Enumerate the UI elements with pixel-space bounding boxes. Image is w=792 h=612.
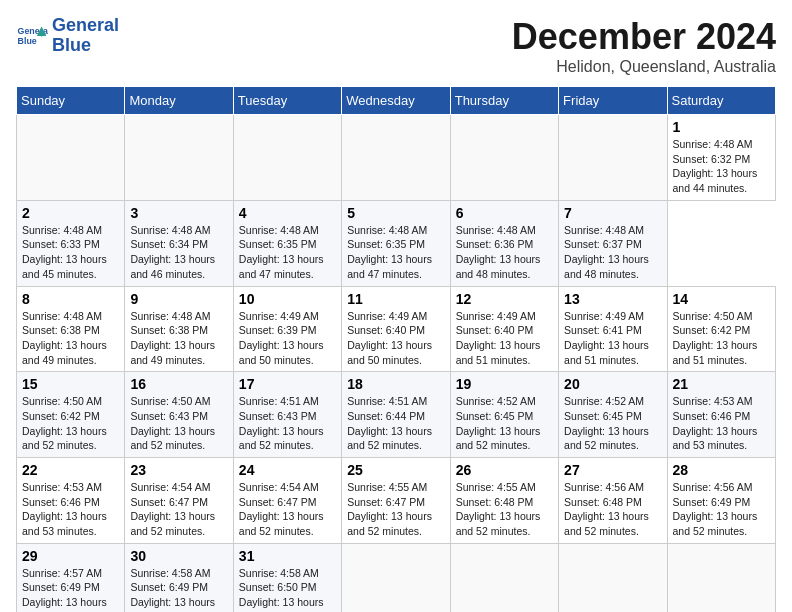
day-number: 13 <box>564 291 661 307</box>
day-info: Sunrise: 4:48 AMSunset: 6:35 PMDaylight:… <box>239 223 336 282</box>
day-info: Sunrise: 4:48 AMSunset: 6:36 PMDaylight:… <box>456 223 553 282</box>
day-info: Sunrise: 4:49 AMSunset: 6:40 PMDaylight:… <box>347 309 444 368</box>
day-info: Sunrise: 4:53 AMSunset: 6:46 PMDaylight:… <box>673 394 770 453</box>
day-info: Sunrise: 4:58 AMSunset: 6:50 PMDaylight:… <box>239 566 336 612</box>
calendar-day <box>450 543 558 612</box>
calendar-day: 21 Sunrise: 4:53 AMSunset: 6:46 PMDaylig… <box>667 372 775 458</box>
day-number: 22 <box>22 462 119 478</box>
title-area: December 2024 Helidon, Queensland, Austr… <box>512 16 776 76</box>
day-number: 31 <box>239 548 336 564</box>
calendar-day: 20 Sunrise: 4:52 AMSunset: 6:45 PMDaylig… <box>559 372 667 458</box>
day-number: 23 <box>130 462 227 478</box>
day-number: 9 <box>130 291 227 307</box>
calendar-day: 7 Sunrise: 4:48 AMSunset: 6:37 PMDayligh… <box>559 200 667 286</box>
empty-cell <box>342 115 450 201</box>
calendar-day: 19 Sunrise: 4:52 AMSunset: 6:45 PMDaylig… <box>450 372 558 458</box>
day-info: Sunrise: 4:48 AMSunset: 6:33 PMDaylight:… <box>22 223 119 282</box>
calendar-day: 3 Sunrise: 4:48 AMSunset: 6:34 PMDayligh… <box>125 200 233 286</box>
location-subtitle: Helidon, Queensland, Australia <box>512 58 776 76</box>
header-sunday: Sunday <box>17 87 125 115</box>
logo: General Blue General Blue <box>16 16 119 56</box>
day-info: Sunrise: 4:52 AMSunset: 6:45 PMDaylight:… <box>456 394 553 453</box>
calendar-day <box>667 543 775 612</box>
day-number: 18 <box>347 376 444 392</box>
day-number: 6 <box>456 205 553 221</box>
day-number: 28 <box>673 462 770 478</box>
day-info: Sunrise: 4:51 AMSunset: 6:44 PMDaylight:… <box>347 394 444 453</box>
day-number: 24 <box>239 462 336 478</box>
day-number: 7 <box>564 205 661 221</box>
day-info: Sunrise: 4:48 AMSunset: 6:35 PMDaylight:… <box>347 223 444 282</box>
day-info: Sunrise: 4:48 AMSunset: 6:37 PMDaylight:… <box>564 223 661 282</box>
day-info: Sunrise: 4:55 AMSunset: 6:48 PMDaylight:… <box>456 480 553 539</box>
day-number: 5 <box>347 205 444 221</box>
day-number: 14 <box>673 291 770 307</box>
day-info: Sunrise: 4:48 AMSunset: 6:32 PMDaylight:… <box>673 137 770 196</box>
day-number: 10 <box>239 291 336 307</box>
day-info: Sunrise: 4:49 AMSunset: 6:40 PMDaylight:… <box>456 309 553 368</box>
day-number: 15 <box>22 376 119 392</box>
calendar-week-row: 22 Sunrise: 4:53 AMSunset: 6:46 PMDaylig… <box>17 458 776 544</box>
day-info: Sunrise: 4:48 AMSunset: 6:38 PMDaylight:… <box>22 309 119 368</box>
calendar-day: 23 Sunrise: 4:54 AMSunset: 6:47 PMDaylig… <box>125 458 233 544</box>
calendar-day: 28 Sunrise: 4:56 AMSunset: 6:49 PMDaylig… <box>667 458 775 544</box>
day-number: 19 <box>456 376 553 392</box>
day-info: Sunrise: 4:58 AMSunset: 6:49 PMDaylight:… <box>130 566 227 612</box>
calendar-day: 18 Sunrise: 4:51 AMSunset: 6:44 PMDaylig… <box>342 372 450 458</box>
day-number: 8 <box>22 291 119 307</box>
day-number: 4 <box>239 205 336 221</box>
day-number: 21 <box>673 376 770 392</box>
calendar-day: 5 Sunrise: 4:48 AMSunset: 6:35 PMDayligh… <box>342 200 450 286</box>
calendar-day: 17 Sunrise: 4:51 AMSunset: 6:43 PMDaylig… <box>233 372 341 458</box>
day-number: 12 <box>456 291 553 307</box>
day-info: Sunrise: 4:52 AMSunset: 6:45 PMDaylight:… <box>564 394 661 453</box>
day-number: 26 <box>456 462 553 478</box>
day-number: 17 <box>239 376 336 392</box>
day-info: Sunrise: 4:56 AMSunset: 6:48 PMDaylight:… <box>564 480 661 539</box>
calendar-week-row: 1 Sunrise: 4:48 AMSunset: 6:32 PMDayligh… <box>17 115 776 201</box>
calendar-day: 25 Sunrise: 4:55 AMSunset: 6:47 PMDaylig… <box>342 458 450 544</box>
calendar-day: 22 Sunrise: 4:53 AMSunset: 6:46 PMDaylig… <box>17 458 125 544</box>
empty-cell <box>450 115 558 201</box>
day-info: Sunrise: 4:48 AMSunset: 6:34 PMDaylight:… <box>130 223 227 282</box>
day-info: Sunrise: 4:54 AMSunset: 6:47 PMDaylight:… <box>130 480 227 539</box>
day-number: 16 <box>130 376 227 392</box>
calendar-day: 10 Sunrise: 4:49 AMSunset: 6:39 PMDaylig… <box>233 286 341 372</box>
calendar-day: 4 Sunrise: 4:48 AMSunset: 6:35 PMDayligh… <box>233 200 341 286</box>
empty-cell <box>233 115 341 201</box>
calendar-day: 14 Sunrise: 4:50 AMSunset: 6:42 PMDaylig… <box>667 286 775 372</box>
calendar-day: 30 Sunrise: 4:58 AMSunset: 6:49 PMDaylig… <box>125 543 233 612</box>
calendar-day: 6 Sunrise: 4:48 AMSunset: 6:36 PMDayligh… <box>450 200 558 286</box>
calendar-day: 13 Sunrise: 4:49 AMSunset: 6:41 PMDaylig… <box>559 286 667 372</box>
calendar-day: 1 Sunrise: 4:48 AMSunset: 6:32 PMDayligh… <box>667 115 775 201</box>
calendar-day: 27 Sunrise: 4:56 AMSunset: 6:48 PMDaylig… <box>559 458 667 544</box>
calendar-day: 2 Sunrise: 4:48 AMSunset: 6:33 PMDayligh… <box>17 200 125 286</box>
header-saturday: Saturday <box>667 87 775 115</box>
month-title: December 2024 <box>512 16 776 58</box>
calendar-week-row: 2 Sunrise: 4:48 AMSunset: 6:33 PMDayligh… <box>17 200 776 286</box>
header-thursday: Thursday <box>450 87 558 115</box>
day-info: Sunrise: 4:55 AMSunset: 6:47 PMDaylight:… <box>347 480 444 539</box>
calendar-week-row: 8 Sunrise: 4:48 AMSunset: 6:38 PMDayligh… <box>17 286 776 372</box>
day-info: Sunrise: 4:50 AMSunset: 6:42 PMDaylight:… <box>22 394 119 453</box>
day-number: 25 <box>347 462 444 478</box>
calendar-day: 31 Sunrise: 4:58 AMSunset: 6:50 PMDaylig… <box>233 543 341 612</box>
calendar-day: 8 Sunrise: 4:48 AMSunset: 6:38 PMDayligh… <box>17 286 125 372</box>
empty-cell <box>125 115 233 201</box>
calendar-day: 26 Sunrise: 4:55 AMSunset: 6:48 PMDaylig… <box>450 458 558 544</box>
calendar-day <box>342 543 450 612</box>
day-number: 29 <box>22 548 119 564</box>
day-info: Sunrise: 4:49 AMSunset: 6:39 PMDaylight:… <box>239 309 336 368</box>
day-number: 30 <box>130 548 227 564</box>
day-info: Sunrise: 4:56 AMSunset: 6:49 PMDaylight:… <box>673 480 770 539</box>
calendar-table: SundayMondayTuesdayWednesdayThursdayFrid… <box>16 86 776 612</box>
day-number: 11 <box>347 291 444 307</box>
day-info: Sunrise: 4:50 AMSunset: 6:43 PMDaylight:… <box>130 394 227 453</box>
logo-text: General Blue <box>52 16 119 56</box>
day-info: Sunrise: 4:48 AMSunset: 6:38 PMDaylight:… <box>130 309 227 368</box>
day-number: 2 <box>22 205 119 221</box>
calendar-week-row: 29 Sunrise: 4:57 AMSunset: 6:49 PMDaylig… <box>17 543 776 612</box>
empty-cell <box>559 115 667 201</box>
calendar-header-row: SundayMondayTuesdayWednesdayThursdayFrid… <box>17 87 776 115</box>
svg-text:Blue: Blue <box>18 36 37 46</box>
